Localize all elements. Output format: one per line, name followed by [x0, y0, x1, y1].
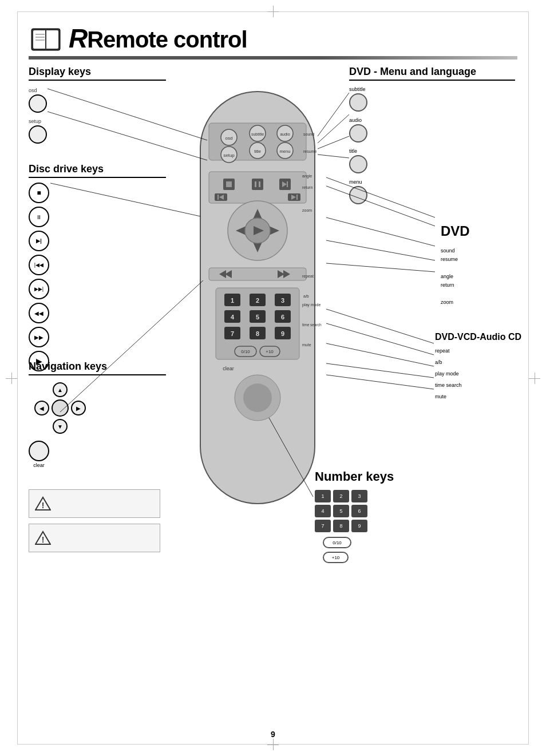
- num-6[interactable]: 6: [351, 505, 367, 517]
- clear-label: clear: [29, 462, 49, 468]
- svg-line-100: [326, 309, 434, 343]
- svg-line-98: [326, 240, 435, 260]
- nav-pad: ▲ ◀ ▶ ▼: [34, 382, 86, 434]
- svg-text:osd: osd: [225, 136, 233, 141]
- timesearch-label-right: time search: [435, 382, 521, 388]
- subtitle-button[interactable]: [349, 93, 367, 112]
- svg-point-86: [243, 383, 272, 412]
- svg-text:a/b: a/b: [303, 294, 309, 298]
- svg-text:play mode: play mode: [302, 303, 321, 307]
- svg-text:repeat: repeat: [302, 274, 314, 279]
- menu-button[interactable]: [349, 186, 367, 204]
- clear-key-group: clear: [29, 441, 49, 468]
- ff-button[interactable]: ▶▶: [29, 327, 49, 347]
- disc-drive-heading: Disc drive keys: [29, 163, 166, 178]
- setup-key-group: setup: [29, 118, 166, 144]
- ab-label-right: a/b: [435, 359, 521, 365]
- num-3[interactable]: 3: [351, 490, 367, 502]
- svg-text:clear: clear: [223, 366, 234, 371]
- disc-drive-section: Disc drive keys ■ ⏸ ▶| |◀◀ ▶▶| ◀◀ ▶▶ ▶: [29, 163, 166, 371]
- num-7[interactable]: 7: [315, 520, 331, 532]
- warning-box-1: !: [29, 489, 160, 518]
- svg-rect-31: [259, 181, 260, 187]
- warning-box-2: !: [29, 524, 160, 552]
- svg-line-97: [326, 217, 435, 246]
- nav-keys-section: Navigation keys ▲ ◀ ▶ ▼: [29, 361, 166, 434]
- svg-text:2: 2: [256, 297, 259, 304]
- svg-text:9: 9: [281, 330, 284, 337]
- nav-keys-heading: Navigation keys: [29, 361, 166, 375]
- menu-key-group: menu: [349, 179, 515, 204]
- num-2[interactable]: 2: [333, 490, 349, 502]
- zoom-label-right: zoom: [441, 299, 470, 305]
- next-key-row: ▶▶|: [29, 279, 166, 299]
- svg-text:sound: sound: [303, 132, 314, 136]
- svg-text:angle: angle: [302, 174, 312, 179]
- crosshair-top: [267, 6, 279, 17]
- svg-text:!: !: [42, 501, 45, 510]
- num-9[interactable]: 9: [351, 520, 367, 532]
- return-label-right: return: [441, 282, 470, 288]
- num-1[interactable]: 1: [315, 490, 331, 502]
- num-4[interactable]: 4: [315, 505, 331, 517]
- number-keys-section: Number keys 1 2 3 4 5 6 7 8 9 0/10 +10: [315, 469, 394, 563]
- plus-ten-button[interactable]: +10: [323, 552, 349, 563]
- svg-text:return: return: [302, 185, 312, 189]
- audio-button[interactable]: [349, 124, 367, 143]
- nav-up-button[interactable]: ▲: [53, 382, 68, 397]
- page-title: RRemote control: [69, 23, 247, 54]
- prev-button[interactable]: |◀◀: [29, 255, 49, 275]
- sound-label-right: sound: [441, 248, 470, 254]
- step-key-row: ▶|: [29, 231, 166, 251]
- svg-text:setup: setup: [223, 153, 235, 158]
- nav-down-button[interactable]: ▼: [53, 419, 68, 434]
- svg-text:6: 6: [281, 314, 284, 320]
- nav-right-button[interactable]: ▶: [71, 401, 86, 415]
- page-header: RRemote control: [29, 23, 517, 54]
- svg-text:3: 3: [281, 297, 284, 304]
- crosshair-right: [529, 373, 540, 384]
- svg-line-104: [326, 375, 434, 389]
- svg-line-101: [326, 323, 434, 355]
- resume-label-right: resume: [441, 256, 470, 262]
- svg-line-102: [326, 343, 434, 366]
- title-button[interactable]: [349, 155, 367, 173]
- svg-text:5: 5: [256, 314, 259, 320]
- nav-center-button[interactable]: [52, 399, 69, 417]
- audio-label: audio: [349, 117, 515, 123]
- svg-text:1: 1: [231, 297, 234, 304]
- crosshair-left: [6, 373, 17, 384]
- num-8[interactable]: 8: [333, 520, 349, 532]
- osd-key-group: osd: [29, 88, 166, 113]
- svg-rect-28: [226, 181, 232, 187]
- rewind-button[interactable]: ◀◀: [29, 303, 49, 323]
- svg-text:0/10: 0/10: [241, 349, 250, 354]
- display-keys-section: Display keys osd setup: [29, 66, 166, 144]
- svg-text:time search: time search: [302, 323, 322, 327]
- pause-button[interactable]: ⏸: [29, 207, 49, 227]
- svg-text:title: title: [254, 149, 261, 154]
- zero-ten-button[interactable]: 0/10: [323, 537, 351, 548]
- next-button[interactable]: ▶▶|: [29, 279, 49, 299]
- stop-button[interactable]: ■: [29, 183, 49, 203]
- setup-label: setup: [29, 118, 166, 124]
- clear-button[interactable]: [29, 441, 49, 461]
- nav-left-button[interactable]: ◀: [34, 401, 49, 415]
- menu-label: menu: [349, 179, 515, 185]
- setup-button[interactable]: [29, 125, 47, 144]
- dvd-menu-heading: DVD - Menu and language: [349, 66, 515, 81]
- svg-text:4: 4: [231, 314, 235, 320]
- step-button[interactable]: ▶|: [29, 231, 49, 251]
- subtitle-label: subtitle: [349, 86, 515, 92]
- num-5[interactable]: 5: [333, 505, 349, 517]
- subtitle-key-group: subtitle: [349, 86, 515, 112]
- header-underline: [29, 56, 517, 60]
- number-keys-heading: Number keys: [315, 469, 394, 484]
- svg-text:mute: mute: [302, 343, 311, 347]
- dvd-section-label: DVD sound resume angle return zoom: [441, 223, 470, 305]
- crosshair-bottom: [267, 739, 279, 750]
- svg-text:+10: +10: [266, 349, 274, 354]
- osd-button[interactable]: [29, 94, 47, 113]
- stop-key-row: ■: [29, 183, 166, 203]
- svg-line-99: [326, 263, 435, 272]
